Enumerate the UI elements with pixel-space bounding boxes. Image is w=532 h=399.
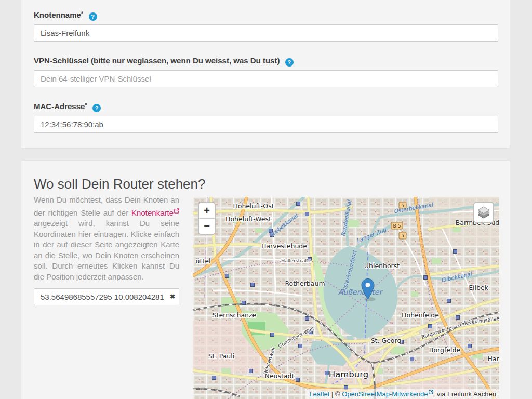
station-marker [299, 344, 302, 348]
help-icon[interactable]: ? [285, 58, 294, 66]
station-marker [429, 325, 432, 328]
mac-label: MAC-Adresse [34, 102, 85, 111]
node-form-card: Knotenname* ? VPN-Schlüssel (bitte nur w… [21, 0, 510, 149]
required-asterisk: * [85, 102, 87, 108]
map-canvas[interactable]: 5B 55 Hoheluft-OstHoheluft-WestHarvesteh… [193, 197, 499, 399]
nodename-input[interactable] [34, 24, 498, 42]
map-label: Eilbek [469, 284, 488, 291]
station-marker [447, 299, 451, 303]
osm-link[interactable]: OpenStreetMap-Mitwirkende [342, 390, 428, 398]
station-marker [454, 250, 457, 254]
map-attribution: Leaflet | © OpenStreetMap-Mitwirkende, v… [305, 389, 499, 399]
station-marker [468, 344, 472, 348]
knotenkarte-link-label: Knotenkarte [131, 208, 174, 217]
zoom-out-button[interactable]: − [199, 219, 215, 234]
station-marker [305, 317, 309, 321]
vpnkey-label: VPN-Schlüssel (bitte nur weglassen, wenn… [34, 56, 280, 65]
map-label: Hallerstraße [281, 258, 311, 263]
knotenkarte-link[interactable]: Knotenkarte [131, 208, 179, 217]
leaflet-map[interactable]: 5B 55 Hoheluft-OstHoheluft-WestHarvesteh… [193, 197, 499, 399]
map-label: Hamburg [329, 369, 369, 379]
station-marker [249, 369, 253, 373]
map-label: Hohenfelde [402, 311, 439, 319]
station-marker [424, 276, 428, 280]
station-marker [456, 316, 460, 320]
mac-input[interactable] [34, 116, 498, 133]
zoom-in-button[interactable]: + [199, 203, 215, 219]
map-label: üttel [196, 257, 211, 265]
location-help-column: Wenn Du möchtest, dass Dein Knoten an de… [34, 195, 179, 305]
leaflet-link[interactable]: Leaflet [309, 390, 329, 398]
map-label: Sternschanze [212, 311, 257, 319]
clear-coordinates-icon[interactable]: ✖ [170, 293, 175, 300]
station-marker [251, 283, 255, 287]
station-marker [242, 301, 246, 305]
vpnkey-input[interactable] [34, 70, 498, 87]
layers-icon [474, 203, 493, 222]
external-link-icon [174, 206, 179, 217]
road-badge-label: B 5 [393, 223, 401, 229]
map-label: St. Georg [371, 337, 402, 344]
nodename-label: Knotenname [34, 10, 81, 19]
help-text-after: angezeigt wird, kannst Du seine Koordina… [34, 219, 179, 281]
station-marker [212, 376, 216, 380]
station-marker [271, 333, 274, 337]
station-marker [410, 357, 414, 361]
coordinates-field: ✖ [34, 288, 179, 305]
required-asterisk: * [81, 10, 83, 17]
station-marker [305, 212, 309, 216]
map-label: St. Pauli [208, 352, 234, 360]
road-badge-label: 5 [401, 233, 404, 238]
external-link-icon [429, 390, 433, 394]
coordinates-input[interactable] [34, 288, 179, 305]
map-label: Rotherbaum [285, 280, 325, 287]
station-marker [297, 202, 300, 206]
form-group-nodename: Knotenname* ? [34, 10, 497, 42]
help-icon[interactable]: ? [92, 104, 101, 112]
station-marker [225, 274, 229, 278]
station-marker [325, 371, 329, 375]
location-card: Wo soll Dein Router stehen? Wenn Du möch… [21, 160, 510, 399]
map-label: Neustadt [265, 372, 295, 380]
zoom-control: + − [198, 202, 216, 235]
map-label: Hoheluft-West [225, 215, 271, 223]
location-help-text: Wenn Du möchtest, dass Dein Knoten an de… [34, 195, 179, 282]
form-group-mac: MAC-Adresse* ? [34, 102, 497, 133]
form-group-vpnkey: VPN-Schlüssel (bitte nur weglassen, wenn… [34, 56, 497, 87]
map-label: Borgfelde [429, 346, 461, 354]
attribution-suffix: , via Freifunk Aachen [433, 390, 496, 398]
map-label: Harvestehude [261, 242, 307, 250]
attribution-separator: | © [329, 390, 342, 398]
map-label: Hoheluft-Ost [233, 202, 274, 210]
map-label: Ham [487, 355, 499, 363]
map-label: Uhlenhorst [364, 262, 400, 270]
page-title: Wo soll Dein Router stehen? [34, 176, 497, 192]
station-marker [296, 378, 300, 382]
help-icon[interactable]: ? [89, 12, 97, 21]
layers-control-button[interactable] [473, 202, 494, 223]
